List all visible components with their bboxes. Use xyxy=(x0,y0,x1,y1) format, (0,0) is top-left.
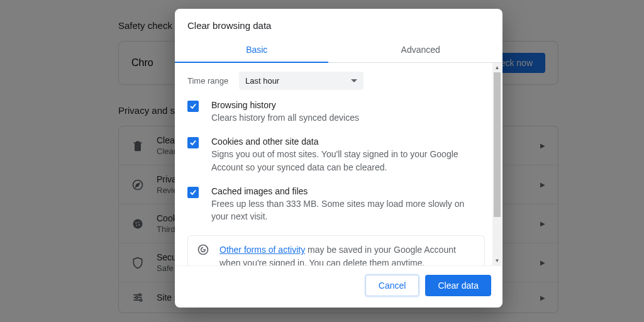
time-range-select[interactable]: Last hour xyxy=(239,72,364,90)
dialog-body: ▲ ▼ Time range Last hour Browsing histor… xyxy=(175,63,502,265)
checkbox-cookies[interactable] xyxy=(187,137,199,148)
other-activity-link[interactable]: Other forms of activity xyxy=(219,245,305,255)
scroll-down-icon[interactable]: ▼ xyxy=(492,256,502,265)
option-cached: Cached images and files Frees up less th… xyxy=(187,186,490,223)
clear-browsing-data-dialog: Clear browsing data Basic Advanced ▲ ▼ T… xyxy=(175,9,502,308)
option-subtitle: Signs you out of most sites. You'll stay… xyxy=(211,148,484,174)
tab-advanced[interactable]: Advanced xyxy=(339,38,503,62)
option-title: Browsing history xyxy=(211,100,359,110)
option-subtitle: Clears history from all synced devices xyxy=(211,111,359,124)
cancel-button[interactable]: Cancel xyxy=(365,275,419,296)
option-subtitle: Frees up less than 333 MB. Some sites ma… xyxy=(211,197,484,223)
option-browsing-history: Browsing history Clears history from all… xyxy=(187,100,490,124)
info-text: Other forms of activity may be saved in … xyxy=(219,243,475,265)
option-title: Cookies and other site data xyxy=(211,136,484,147)
google-icon xyxy=(197,243,209,256)
clear-data-button[interactable]: Clear data xyxy=(425,275,491,296)
vertical-scrollbar[interactable]: ▲ ▼ xyxy=(492,63,502,265)
tab-basic[interactable]: Basic xyxy=(175,38,339,62)
google-activity-info: Other forms of activity may be saved in … xyxy=(187,235,485,265)
checkbox-cached[interactable] xyxy=(187,187,199,198)
option-title: Cached images and files xyxy=(211,186,484,196)
checkbox-browsing-history[interactable] xyxy=(187,101,199,112)
scrollbar-thumb[interactable] xyxy=(494,72,501,217)
dialog-tabs: Basic Advanced xyxy=(175,38,502,63)
time-range-row: Time range Last hour xyxy=(187,72,490,90)
time-range-value: Last hour xyxy=(245,76,279,86)
scroll-up-icon[interactable]: ▲ xyxy=(492,63,502,72)
dropdown-arrow-icon xyxy=(351,79,357,82)
time-range-label: Time range xyxy=(187,76,239,86)
option-cookies: Cookies and other site data Signs you ou… xyxy=(187,136,490,174)
dialog-title: Clear browsing data xyxy=(175,9,502,38)
dialog-actions: Cancel Clear data xyxy=(175,265,502,308)
